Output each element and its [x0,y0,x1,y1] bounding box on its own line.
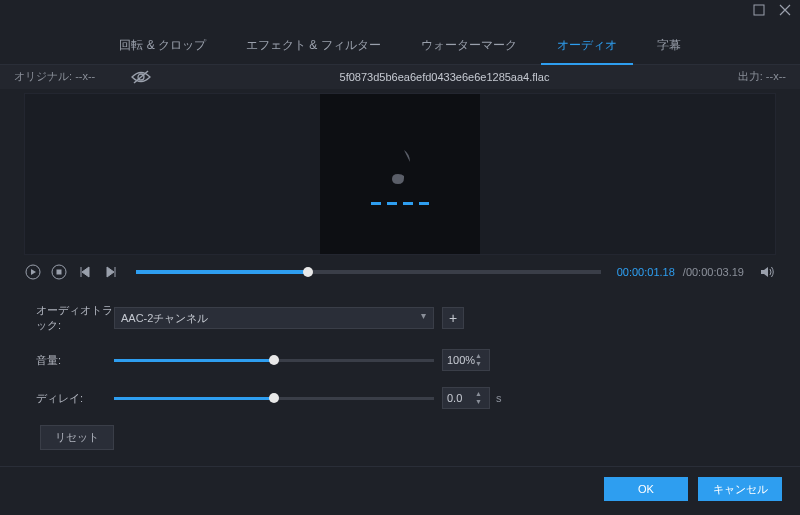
ok-button[interactable]: OK [604,477,688,501]
prev-button[interactable] [76,263,94,281]
current-time: 00:00:01.18 [617,266,675,278]
delay-value[interactable]: 0.0 ▲▼ [442,387,490,409]
volume-value[interactable]: 100% ▲▼ [442,349,490,371]
delay-label: ディレイ: [36,391,114,406]
audio-settings: オーディオトラック: AAC-2チャンネル + 音量: 100% ▲▼ ディレイ… [0,285,800,466]
output-label: 出力: --x-- [738,69,786,84]
tab-rotate-crop[interactable]: 回転 & クロップ [115,31,210,64]
original-label: オリジナル: --x-- [14,69,95,84]
tab-watermark[interactable]: ウォーターマーク [417,31,521,64]
volume-slider[interactable] [114,353,434,367]
playback-controls: 00:00:01.18/00:00:03.19 [0,255,800,285]
volume-label: 音量: [36,353,114,368]
titlebar [0,0,800,23]
audio-track-select[interactable]: AAC-2チャンネル [114,307,434,329]
delay-slider[interactable] [114,391,434,405]
preview-toggle-icon[interactable] [131,70,151,84]
album-placeholder [320,94,480,254]
next-button[interactable] [102,263,120,281]
volume-icon[interactable] [758,263,776,281]
filename: 5f0873d5b6ea6efd0433e6e6e1285aa4.flac [151,71,737,83]
add-track-button[interactable]: + [442,307,464,329]
preview-area [24,93,776,255]
stop-button[interactable] [50,263,68,281]
delay-unit: s [496,392,502,404]
tab-effect-filter[interactable]: エフェクト & フィルター [242,31,385,64]
equalizer-icon [371,202,429,205]
music-note-icon [380,144,420,192]
footer: OK キャンセル [0,466,800,515]
svg-rect-0 [754,5,764,15]
play-button[interactable] [24,263,42,281]
maximize-icon[interactable] [752,3,766,20]
tab-subtitle[interactable]: 字幕 [653,31,685,64]
tabs: 回転 & クロップ エフェクト & フィルター ウォーターマーク オーディオ 字… [0,23,800,65]
progress-bar[interactable] [136,270,601,274]
reset-button[interactable]: リセット [40,425,114,450]
duration: /00:00:03.19 [683,266,744,278]
info-bar: オリジナル: --x-- 5f0873d5b6ea6efd0433e6e6e12… [0,65,800,89]
audio-track-label: オーディオトラック: [36,303,114,333]
svg-rect-5 [57,270,62,275]
tab-audio[interactable]: オーディオ [553,31,621,64]
cancel-button[interactable]: キャンセル [698,477,782,501]
close-icon[interactable] [778,3,792,20]
